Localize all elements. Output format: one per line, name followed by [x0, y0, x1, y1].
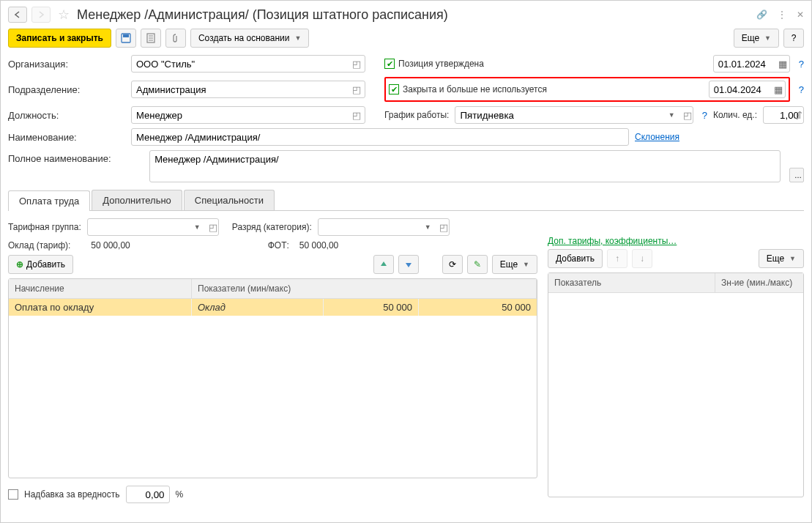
approved-label: Позиция утверждена: [398, 59, 484, 69]
stepper-icon[interactable]: ⇵: [791, 108, 805, 122]
help-link[interactable]: ?: [799, 84, 804, 95]
col-value: Зн-ие (мин./макс): [715, 273, 803, 292]
open-ref-icon[interactable]: ◰: [349, 108, 364, 122]
cell-indicator: Оклад: [192, 299, 324, 316]
name-label: Наименование:: [8, 132, 125, 143]
edit-button[interactable]: ✎: [467, 255, 488, 274]
org-label: Организация:: [8, 59, 125, 70]
calendar-icon[interactable]: ▦: [770, 82, 784, 97]
tab-pay[interactable]: Оплата труда: [8, 190, 90, 211]
add-accrual-button[interactable]: ⊕Добавить: [8, 255, 73, 274]
open-ref-icon[interactable]: ◰: [204, 220, 217, 234]
help-link[interactable]: ?: [702, 110, 707, 121]
chevron-down-icon: ▼: [294, 34, 301, 42]
job-input[interactable]: [131, 106, 365, 124]
closed-label: Закрыта и больше не используется: [403, 84, 547, 94]
chevron-down-icon: ▼: [523, 261, 529, 268]
attachment-button[interactable]: [165, 29, 186, 48]
open-ref-icon[interactable]: ◰: [349, 82, 364, 97]
refresh-button[interactable]: ⟳: [442, 255, 463, 274]
dept-input[interactable]: [131, 81, 365, 98]
document-button[interactable]: [141, 29, 161, 48]
save-close-button[interactable]: Записать и закрыть: [8, 29, 111, 48]
add-indicator-button[interactable]: Добавить: [548, 249, 603, 268]
fot-label: ФОТ:: [268, 240, 289, 251]
schedule-label: График работы:: [384, 110, 449, 120]
indicators-table: Показатель Зн-ие (мин./макс): [548, 272, 804, 497]
calendar-icon[interactable]: ▦: [774, 56, 789, 71]
closed-checkbox[interactable]: ✔: [389, 84, 399, 94]
move-down-button[interactable]: [398, 255, 419, 274]
dept-label: Подразделение:: [8, 84, 125, 95]
chevron-down-icon[interactable]: ▼: [664, 108, 677, 122]
create-based-label: Создать на основании: [198, 33, 290, 43]
tab-extra[interactable]: Дополнительно: [92, 190, 182, 210]
chevron-down-icon[interactable]: ▼: [190, 220, 203, 234]
tab-spec[interactable]: Специальности: [184, 190, 275, 210]
more-button[interactable]: Еще▼: [734, 29, 779, 48]
add-label: Добавить: [26, 259, 65, 270]
col-indicator: Показатель: [548, 273, 715, 292]
help-button[interactable]: ?: [783, 29, 804, 48]
create-based-button[interactable]: Создать на основании▼: [190, 29, 309, 48]
fullname-label: Полное наименование:: [8, 150, 144, 164]
salary-value: 50 000,00: [91, 240, 130, 251]
ellipsis-button[interactable]: …: [789, 168, 804, 182]
nav-forward-button[interactable]: [31, 7, 51, 23]
move-up-button[interactable]: [373, 255, 394, 274]
save-button[interactable]: [116, 29, 136, 48]
hazard-input[interactable]: [126, 486, 170, 503]
col-indicators: Показатели (мин/макс): [192, 279, 537, 298]
move-up-button[interactable]: ↑: [607, 249, 627, 268]
coefficients-link[interactable]: Доп. тарифы, коэффициенты…: [548, 236, 677, 246]
hazard-checkbox[interactable]: [8, 489, 18, 500]
more-indicator-button[interactable]: Еще▼: [759, 249, 804, 268]
nav-back-button[interactable]: [8, 7, 27, 23]
cell-min: 50 000: [324, 299, 419, 316]
menu-dots-icon[interactable]: ⋮: [778, 10, 786, 20]
chevron-down-icon: ▼: [789, 255, 796, 262]
svg-rect-1: [123, 34, 129, 37]
name-input[interactable]: [131, 128, 629, 146]
cell-max: 50 000: [419, 299, 537, 316]
open-ref-icon[interactable]: ◰: [679, 108, 692, 122]
col-accrual: Начисление: [9, 279, 192, 298]
plus-icon: ⊕: [16, 259, 23, 270]
job-label: Должность:: [8, 110, 125, 121]
fot-value: 50 000,00: [299, 240, 338, 251]
tariff-group-label: Тарифная группа:: [8, 222, 81, 232]
hazard-unit: %: [176, 489, 184, 500]
more-label: Еще: [767, 253, 784, 264]
approved-checkbox[interactable]: ✔: [384, 59, 395, 69]
more-accrual-button[interactable]: Еще▼: [492, 255, 537, 274]
declensions-link[interactable]: Склонения: [635, 132, 679, 142]
chevron-down-icon[interactable]: ▼: [420, 220, 433, 234]
move-down-button[interactable]: ↓: [632, 249, 652, 268]
more-label: Еще: [500, 259, 518, 270]
qty-label: Колич. ед.:: [713, 110, 757, 120]
schedule-input[interactable]: [455, 106, 693, 124]
org-input[interactable]: [131, 55, 365, 73]
chevron-down-icon: ▼: [764, 34, 771, 42]
fullname-textarea[interactable]: [149, 150, 781, 182]
more-label: Еще: [742, 33, 759, 43]
accruals-table: Начисление Показатели (мин/макс) Оплата …: [8, 278, 537, 478]
favorite-star-icon[interactable]: ☆: [58, 7, 70, 23]
help-link[interactable]: ?: [799, 59, 804, 70]
rank-label: Разряд (категория):: [232, 222, 312, 232]
link-icon[interactable]: 🔗: [756, 10, 767, 20]
open-ref-icon[interactable]: ◰: [435, 220, 448, 234]
table-row[interactable]: Оплата по окладу Оклад 50 000 50 000: [9, 299, 537, 316]
close-icon[interactable]: ✕: [797, 10, 804, 20]
hazard-label: Надбавка за вредность: [24, 489, 120, 500]
cell-accrual-name: Оплата по окладу: [9, 299, 192, 316]
window-title: Менеджер /Администрация/ (Позиция штатно…: [77, 7, 752, 23]
salary-label: Оклад (тариф):: [8, 240, 70, 251]
open-ref-icon[interactable]: ◰: [349, 56, 364, 71]
